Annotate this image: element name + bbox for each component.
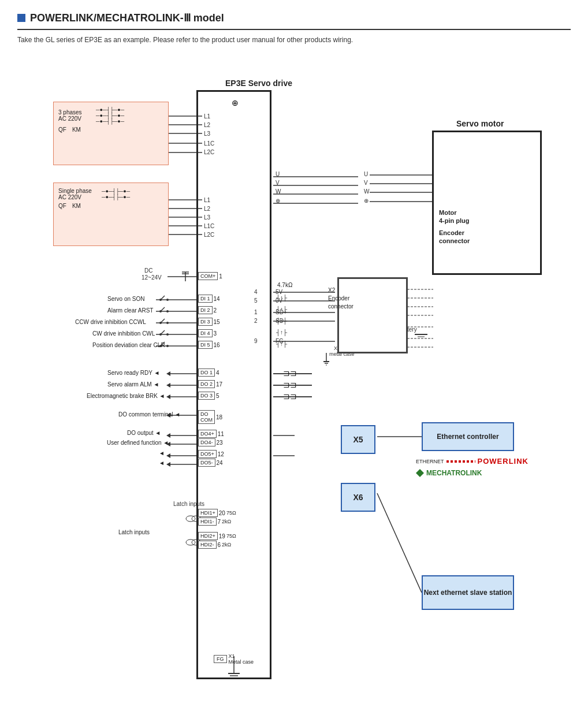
do1-row: Servo ready RDY ◄	[107, 370, 159, 376]
power-3phase-box: 3 phases AC 220V ─●─┤├─●─ ─●─┤├─●─ ─●─┤├…	[53, 102, 169, 165]
do1-relay: ⊐⊐	[283, 368, 297, 378]
do4m-box: DO4- 23	[198, 438, 223, 446]
svg-point-95	[166, 322, 169, 324]
title-text: POWERLINK/MECHATROLINK-Ⅲ model	[30, 12, 224, 24]
svg-point-101	[166, 345, 169, 347]
servo-motor-label: Servo motor	[456, 119, 504, 128]
1phase-label: Single phase AC 220V	[58, 188, 99, 200]
di5-opto: ┤↑├	[276, 341, 287, 347]
svg-line-96	[161, 330, 165, 334]
svg-text:U: U	[276, 171, 280, 177]
svg-line-90	[161, 307, 165, 311]
com-plus-label: COM+ 1	[198, 272, 222, 280]
next-slave-box: Next ethernet slave station	[422, 575, 514, 610]
do3-row: Electromagnetic brake BRK ◄	[87, 393, 165, 399]
do2-relay: ⊐⊐	[283, 380, 297, 389]
latch-inputs-label: Latch inputs	[118, 529, 150, 535]
do2-box: DO 2 17	[198, 380, 222, 388]
svg-line-127	[377, 493, 422, 593]
1phase-qf: QF	[58, 203, 66, 209]
di1-row: Servo on SON	[107, 296, 144, 302]
svg-point-91	[159, 310, 162, 312]
svg-marker-110	[166, 394, 170, 399]
ethernet-controller-box: Ethernet controller	[422, 422, 514, 451]
di2-opto: ┤↑├	[276, 306, 287, 312]
subtitle: Take the GL series of EP3E as an example…	[17, 36, 571, 44]
servo-drive-label: EP3E Servo drive	[225, 79, 292, 88]
hdi1p-box: HDI1+ 20 75Ω	[198, 509, 236, 517]
svg-text:DC: DC	[144, 267, 152, 274]
svg-text:⊕: ⊕	[276, 198, 280, 204]
3phase-km: KM	[72, 126, 81, 133]
do5p-label: ◄	[159, 450, 165, 456]
do4m-label: User defined function ◄	[107, 440, 169, 446]
di5-box: DI 5 16	[198, 341, 220, 349]
svg-point-89	[166, 299, 169, 301]
svg-point-135	[186, 539, 195, 545]
svg-point-88	[159, 299, 162, 301]
svg-point-98	[166, 333, 169, 336]
di2-row: Alarm clear ARST	[107, 307, 153, 314]
do2-row: Servo alarm ALM ◄	[107, 381, 159, 388]
svg-point-92	[166, 310, 169, 312]
diagram: ⊕ L1 L2 L3 L1C L2C L1 L2 L3 L1C L2C U V …	[17, 55, 572, 691]
powerlink-area: ETHERNET POWERLINK MECHATROLINK	[416, 457, 529, 477]
di2-box: DI 2 2	[198, 306, 217, 314]
di3-opto: ┤↑├	[276, 318, 287, 324]
di4-row: CW drive inhibition CWL	[92, 330, 155, 337]
svg-text:12~24V: 12~24V	[142, 274, 162, 281]
di4-box: DI 4 3	[198, 329, 217, 337]
power-1phase-box: Single phase AC 220V ─●─┤├─●─ ─●─┤├─●─ Q…	[53, 183, 169, 246]
svg-line-93	[161, 319, 165, 323]
svg-marker-118	[166, 453, 170, 458]
do5m-label: ◄	[159, 460, 165, 466]
do-com-box: DOCOM 18	[198, 410, 222, 424]
3phase-label: 3 phases AC 220V	[58, 109, 93, 122]
svg-line-87	[161, 296, 165, 300]
1phase-circuit: ─●─┤├─●─ ─●─┤├─●─	[102, 188, 130, 200]
hdi2m-box: HDI2- 6 2kΩ	[198, 541, 231, 549]
svg-text:U: U	[364, 171, 368, 177]
di1-box: DI 1 14	[198, 295, 220, 303]
svg-point-94	[159, 322, 162, 324]
svg-marker-106	[166, 371, 170, 376]
hdi2p-box: HDI2+ 19 75Ω	[198, 532, 236, 540]
do3-box: DO 3 5	[198, 392, 219, 400]
x2-label: X2Encoderconnector	[328, 286, 353, 311]
mechatrolink-logo: MECHATROLINK	[426, 469, 482, 477]
3phase-circuit: ─●─┤├─●─ ─●─┤├─●─ ─●─┤├─●─	[96, 107, 124, 124]
di1-opto: ┤↑├	[276, 295, 287, 301]
do1-box: DO 1 4	[198, 368, 219, 377]
do5p-box: DO5+ 12	[198, 450, 224, 458]
do5m-box: DO5- 24	[198, 459, 223, 467]
3phase-qf: QF	[58, 126, 66, 133]
svg-text:V: V	[276, 180, 280, 186]
svg-text:W: W	[364, 188, 370, 195]
do-com-row: DO common terminal ◄	[118, 411, 180, 418]
encoder-connector-label: Encoderconnector	[439, 229, 470, 245]
servo-motor-box	[432, 131, 542, 275]
do4p-label: DO output ◄	[127, 430, 161, 436]
do4p-box: DO4+ 11	[198, 430, 224, 438]
x5-box: X5	[341, 425, 375, 454]
svg-point-97	[159, 333, 162, 336]
di5-row: Position deviation clear CLR	[92, 342, 165, 348]
svg-marker-108	[166, 383, 170, 388]
1phase-km: KM	[72, 203, 81, 209]
di3-row: CCW drive inhibition CCWL	[75, 319, 146, 325]
fg-bottom-box: FG X1Metal case	[214, 653, 254, 665]
di3-box: DI 3 15	[198, 318, 220, 326]
mechatrolink-icon	[416, 469, 424, 477]
svg-text:W: W	[276, 188, 281, 195]
di4-opto: ┤↑├	[276, 329, 287, 336]
svg-text:V: V	[364, 180, 368, 186]
do3-relay: ⊐⊐	[283, 392, 297, 401]
title-icon	[17, 14, 25, 22]
resistor-4k7: 4.7kΩ	[277, 282, 292, 288]
svg-marker-120	[166, 462, 170, 467]
x6-box: X6	[341, 483, 375, 512]
hdi1m-box: HDI1- 7 2kΩ	[198, 518, 231, 526]
svg-point-133	[186, 516, 195, 522]
page-title: POWERLINK/MECHATROLINK-Ⅲ model	[17, 12, 571, 30]
motor-4pin-label: Motor4-pin plug	[439, 209, 470, 225]
